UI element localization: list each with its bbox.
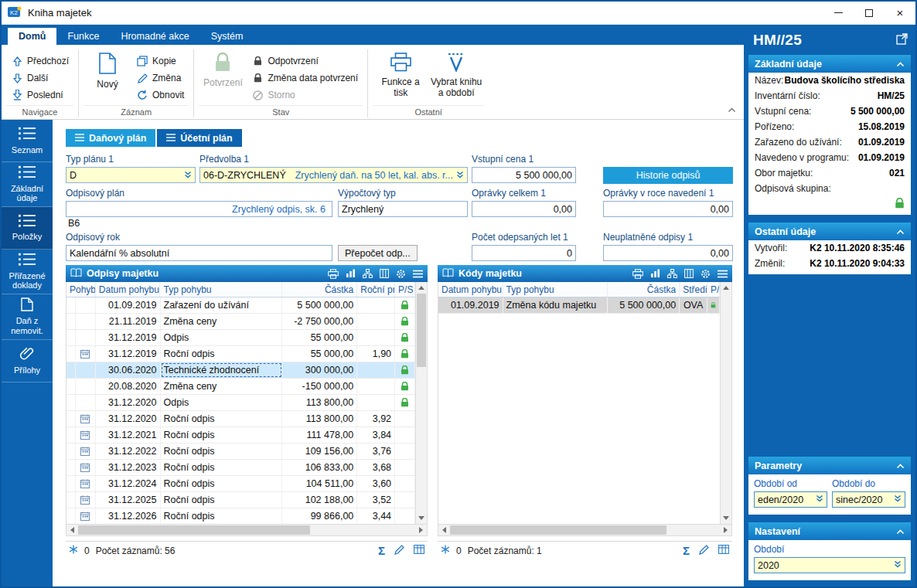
close-button[interactable]: ×: [885, 2, 915, 24]
table-row[interactable]: 30.06.2020Technické zhodnocení300 000,00: [66, 362, 415, 379]
change-button[interactable]: Změna: [131, 70, 189, 87]
scroll-up-icon[interactable]: [416, 282, 427, 294]
printer-icon[interactable]: [328, 269, 339, 279]
filter-snowflake-icon[interactable]: [441, 545, 450, 556]
menu-icon[interactable]: [718, 270, 728, 278]
horizontal-scrollbar[interactable]: [438, 525, 732, 536]
storno-button[interactable]: Storno: [247, 87, 363, 104]
unconfirm-button[interactable]: Odpotvrzení: [247, 53, 363, 70]
neuplatnene-input[interactable]: 0,00: [603, 245, 733, 261]
opravky-celkem-input[interactable]: 0,00: [472, 201, 576, 217]
obdobi-od-select[interactable]: eden/2020: [754, 491, 827, 508]
table-settings-icon[interactable]: [414, 545, 424, 556]
columns-icon[interactable]: [684, 269, 694, 278]
sidebar-item-položky[interactable]: Položky: [2, 207, 53, 250]
select-book-period-button[interactable]: Vybrat knihu a období: [428, 49, 484, 101]
sum-icon[interactable]: Σ: [683, 544, 690, 557]
opravky-v-roce-input[interactable]: 0,00: [603, 201, 733, 217]
column-header-datum-pohybu[interactable]: Datum pohybu: [96, 282, 161, 297]
table-row[interactable]: 01.09.2019Zařazení do užívání5 500 000,0…: [66, 297, 415, 314]
table-row[interactable]: 31.12.2024Roční odpis104 511,003,60: [66, 476, 415, 492]
card-header-ostatni-udaje[interactable]: Ostatní údaje: [748, 223, 911, 240]
odpisovy-plan-field[interactable]: Zrychlený odpis, sk. 6: [66, 201, 332, 217]
scroll-down-icon[interactable]: [721, 512, 731, 524]
sidebar-item-daň-z-nemovit-[interactable]: Daň z nemovit.: [2, 294, 53, 340]
pocet-let-input[interactable]: 0: [472, 245, 576, 261]
change-confirm-date-button[interactable]: Změna data potvrzení: [247, 70, 363, 87]
scroll-down-icon[interactable]: [416, 512, 427, 524]
scroll-left-icon[interactable]: [438, 525, 450, 535]
sidebar-item-přílohy[interactable]: Přílohy: [2, 340, 53, 382]
ribbon-tab-dom-[interactable]: Domů: [8, 28, 56, 45]
columns-icon[interactable]: [380, 269, 389, 278]
column-header--stka[interactable]: Částka: [608, 282, 680, 297]
obdobi-do-select[interactable]: sinec/2020: [832, 491, 905, 508]
sidebar-item-seznam[interactable]: Seznam: [2, 120, 53, 162]
horizontal-scrollbar[interactable]: [66, 525, 428, 536]
column-header-datum-pohybu[interactable]: Datum pohybu: [438, 282, 503, 297]
table-row[interactable]: 31.12.2022Roční odpis109 156,003,76: [66, 444, 415, 460]
settings-gear-icon[interactable]: [396, 269, 406, 279]
table-row[interactable]: 01.09.2019Změna kódu majetku5 500 000,00…: [438, 297, 720, 314]
ribbon-collapse-icon[interactable]: [728, 104, 736, 115]
table-row[interactable]: 31.12.2021Roční odpis111 478,003,84: [66, 427, 415, 444]
printer-icon[interactable]: [632, 269, 643, 279]
column-header-p-s[interactable]: P/S: [707, 282, 720, 297]
tab-da-ov-pl-n[interactable]: Daňový plán: [66, 129, 155, 147]
vertical-scrollbar[interactable]: [415, 282, 427, 524]
new-button[interactable]: Nový: [84, 49, 131, 93]
confirm-button[interactable]: Potvrzení: [199, 49, 247, 92]
card-header-nastaveni[interactable]: Nastavení: [748, 522, 911, 540]
column-header-ro-n-pr[interactable]: Roční pr: [357, 282, 395, 297]
settings-gear-icon[interactable]: [701, 269, 711, 279]
odpisovy-rok-field[interactable]: Kalendářní % absolutní: [66, 245, 332, 261]
vypoctovy-typ-field[interactable]: Zrychlený: [338, 201, 468, 217]
copy-button[interactable]: Kopie: [131, 53, 189, 70]
typ-planu-select[interactable]: D: [66, 167, 196, 183]
predvolba-select[interactable]: 06-D-ZRYCHLENÝ Zrychlený daň. na 50 let,…: [199, 167, 468, 183]
tab--etn-pl-n[interactable]: Účetní plán: [157, 129, 241, 147]
functions-print-button[interactable]: Funkce a tisk: [373, 49, 428, 101]
filter-snowflake-icon[interactable]: [69, 545, 78, 556]
table-row[interactable]: 21.11.2019Změna ceny-2 750 000,00: [66, 314, 415, 330]
sum-icon[interactable]: Σ: [378, 544, 385, 557]
scroll-up-icon[interactable]: [721, 282, 731, 294]
column-header-st-edi-[interactable]: Středi:: [680, 282, 707, 297]
vertical-scrollbar[interactable]: [720, 282, 731, 524]
edit-pencil-icon[interactable]: [699, 545, 709, 557]
edit-pencil-icon[interactable]: [394, 545, 404, 557]
table-row[interactable]: 31.12.2020Roční odpis113 800,003,92: [66, 411, 415, 427]
column-header-p-s[interactable]: P/S: [395, 282, 415, 297]
previous-button[interactable]: Předchozí: [6, 53, 73, 70]
table-settings-icon[interactable]: [718, 545, 729, 556]
sidebar-item-přiřazené-doklady[interactable]: Přiřazené doklady: [2, 250, 53, 294]
table-row[interactable]: 31.12.2023Roční odpis106 833,003,68: [66, 460, 415, 476]
scroll-right-icon[interactable]: [415, 525, 427, 535]
scroll-left-icon[interactable]: [66, 525, 78, 535]
ribbon-tab-syst-m[interactable]: Systém: [200, 28, 254, 45]
chart-icon[interactable]: [650, 269, 660, 278]
table-row[interactable]: 31.12.2019Roční odpis55 000,001,90: [66, 346, 415, 362]
popout-icon[interactable]: [896, 33, 908, 47]
column-header--stka[interactable]: Částka: [282, 282, 358, 297]
scroll-right-icon[interactable]: [720, 525, 731, 535]
obdobi-select[interactable]: 2020: [754, 557, 905, 573]
sidebar-item-základní-údaje[interactable]: Základní údaje: [2, 162, 53, 207]
pivot-icon[interactable]: [363, 269, 373, 278]
minimize-button[interactable]: [823, 2, 854, 24]
ribbon-tab-hromadn-akce[interactable]: Hromadné akce: [110, 28, 199, 45]
last-button[interactable]: Poslední: [6, 87, 73, 104]
next-button[interactable]: Další: [6, 70, 73, 87]
ribbon-tab-funkce[interactable]: Funkce: [56, 28, 110, 45]
table-row[interactable]: 31.12.2020Odpis113 800,00: [66, 395, 415, 411]
prepocet-button[interactable]: Přepočet odp...: [338, 245, 418, 261]
table-row[interactable]: 31.12.2025Roční odpis102 188,003,52: [66, 492, 415, 508]
pivot-icon[interactable]: [667, 269, 677, 278]
table-row[interactable]: 31.12.2026Roční odpis99 866,003,44: [66, 508, 415, 524]
column-header-typ-pohybu[interactable]: Typ pohybu: [160, 282, 281, 297]
chart-icon[interactable]: [346, 269, 356, 278]
vstupni-cena-input[interactable]: 5 500 000,00: [472, 167, 576, 183]
refresh-button[interactable]: Obnovit: [131, 87, 189, 104]
maximize-button[interactable]: [854, 2, 885, 24]
column-header-pohyb[interactable]: Pohyb: [66, 282, 96, 297]
